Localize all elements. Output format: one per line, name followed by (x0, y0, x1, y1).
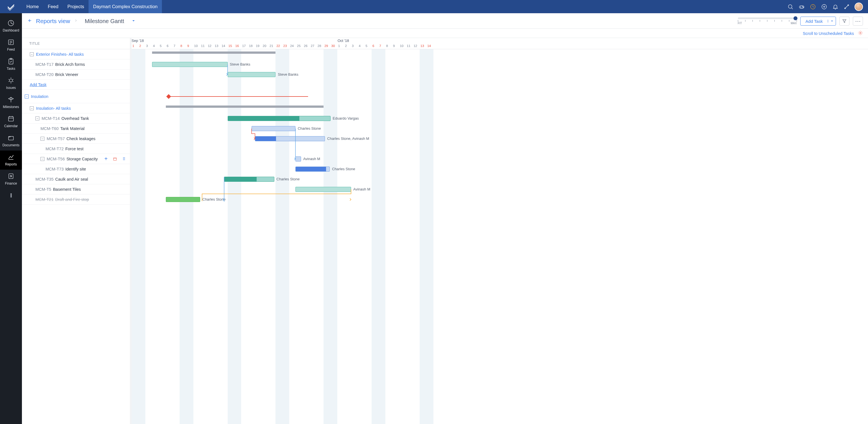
expand-toggle[interactable]: − (30, 106, 34, 110)
day-cell: 25 (297, 44, 301, 48)
sidebar-documents[interactable]: Documents (0, 132, 22, 150)
gantt-task-bar[interactable] (224, 177, 274, 182)
sidebar-label: Issues (6, 86, 16, 90)
expand-toggle[interactable]: − (30, 52, 34, 56)
tools-icon[interactable] (843, 3, 850, 10)
add-icon[interactable] (821, 3, 828, 10)
svg-line-27 (8, 81, 9, 82)
add-task-button[interactable]: Add Task (800, 17, 836, 26)
gantt-task-bar[interactable] (228, 72, 276, 77)
svg-point-6 (803, 7, 804, 7)
sidebar-tasks[interactable]: Tasks (0, 55, 22, 74)
gantt-task-bar[interactable] (166, 197, 200, 202)
gantt-task-bar[interactable] (296, 157, 301, 162)
task-code: MCM-T73 (45, 167, 64, 171)
expand-toggle[interactable]: − (25, 94, 29, 98)
sidebar-reports[interactable]: Reports (0, 150, 22, 170)
task-column: TITLE −Exterior Finishes- All tasksMCM-T… (22, 38, 131, 424)
gantt-bar-label: Charles Stone (298, 126, 321, 131)
search-icon[interactable] (787, 3, 794, 10)
task-row[interactable]: MCM-T73Identify site (22, 164, 130, 174)
sidebar-more[interactable] (0, 191, 22, 201)
sidebar-dashboard[interactable]: Dashboard (0, 17, 22, 36)
expand-toggle[interactable]: − (40, 157, 44, 161)
sidebar-label: Reports (5, 162, 17, 166)
day-cell: 22 (276, 44, 280, 48)
task-code: MCM-T35 (35, 177, 53, 181)
nav-feed[interactable]: Feed (43, 0, 63, 13)
task-title: Overhead Tank (61, 116, 89, 121)
view-name[interactable]: Milestone Gantt (85, 18, 124, 25)
svg-rect-30 (8, 116, 13, 121)
task-row[interactable]: MCM-T72Force test (22, 144, 130, 154)
row-add-icon[interactable]: + (103, 157, 108, 162)
gantt-summary-bar[interactable] (152, 52, 276, 54)
task-row[interactable]: MCM-T20Brick Veneer (22, 69, 130, 80)
bell-icon[interactable] (832, 3, 839, 10)
day-cell: 9 (187, 44, 189, 48)
nav-projects[interactable]: Projects (63, 0, 89, 13)
task-title: Force test (65, 147, 83, 151)
task-row[interactable]: −Exterior Finishes- All tasks (22, 49, 130, 59)
task-row[interactable]: Add Task (22, 80, 130, 90)
nav-home[interactable]: Home (22, 0, 43, 13)
gantt-task-bar[interactable] (228, 116, 331, 121)
sidebar-feed[interactable]: Feed (0, 36, 22, 55)
task-title: Brick Veneer (55, 72, 78, 77)
task-title: Add Task (30, 82, 46, 87)
sidebar-calendar[interactable]: Calendar (0, 112, 22, 132)
gantt-timeline[interactable]: Sep '18Oct '18 1234567891011121314151617… (131, 38, 868, 424)
sidebar-label: Dashboard (3, 28, 20, 32)
gantt-bar-label: Avinash M (303, 157, 320, 161)
task-row[interactable]: MCM-T17Brick Arch forms (22, 59, 130, 69)
day-cell: 23 (283, 44, 287, 48)
gantt-task-bar[interactable] (296, 167, 330, 172)
nav-project-current[interactable]: Daymart Complex Construction (89, 0, 162, 13)
app-logo[interactable] (0, 3, 22, 11)
sidebar-finance[interactable]: Finance (0, 170, 22, 189)
task-row[interactable]: −Insulation (22, 90, 130, 103)
gantt-task-bar[interactable] (296, 187, 351, 192)
day-cell: 3 (352, 44, 353, 48)
zoom-slider[interactable]: FITMAX (738, 18, 797, 25)
task-row[interactable]: −Insulation- All tasks (22, 103, 130, 113)
expand-toggle[interactable]: − (35, 116, 39, 120)
sidebar-label: Milestones (3, 105, 19, 109)
gantt-task-bar[interactable] (255, 136, 325, 141)
breadcrumb-reports[interactable]: Reports view (36, 18, 70, 25)
gantt-task-bar[interactable] (152, 62, 227, 67)
day-cell: 2 (139, 44, 141, 48)
task-row[interactable]: MCM-T60Tank Material (22, 123, 130, 134)
task-row[interactable]: −MCM-T56Storage Capacity+⠿ (22, 154, 130, 164)
task-row[interactable]: −MCM-T57Check leakages (22, 134, 130, 144)
gantt-bar-label: Steve Banks (278, 72, 298, 77)
add-task-dropdown[interactable] (828, 20, 836, 23)
task-row[interactable]: −MCM-T14Overhead Tank (22, 113, 130, 123)
gantt-task-bar[interactable] (252, 126, 296, 131)
back-icon[interactable] (27, 18, 32, 24)
expand-toggle[interactable]: − (40, 137, 44, 141)
day-cell: 13 (421, 44, 424, 48)
zoom-handle[interactable] (794, 16, 798, 20)
row-drag-handle[interactable]: ⠿ (121, 157, 126, 162)
task-row[interactable]: MCM-T35Caulk and Air seal (22, 174, 130, 184)
gantt-summary-bar[interactable] (166, 106, 323, 108)
user-avatar[interactable] (855, 3, 863, 11)
settings-gear-icon[interactable] (858, 30, 863, 36)
sidebar-milestones[interactable]: Milestones (0, 93, 22, 112)
filter-button[interactable] (839, 17, 849, 26)
more-button[interactable]: ⋯ (853, 17, 863, 26)
gamepad-icon[interactable] (798, 3, 805, 10)
sidebar: Dashboard Feed Tasks Issues Milestones C… (0, 13, 22, 424)
svg-point-37 (860, 32, 861, 34)
clock-icon[interactable] (809, 3, 816, 10)
column-header-title: TITLE (22, 38, 130, 49)
row-schedule-icon[interactable] (113, 157, 118, 162)
scroll-unscheduled-link[interactable]: Scroll to Unscheduled Tasks (803, 31, 854, 36)
view-dropdown-caret[interactable] (132, 19, 135, 24)
task-row[interactable]: MCM-T21Draft and Fire stop (22, 194, 130, 204)
sidebar-issues[interactable]: Issues (0, 74, 22, 93)
add-task-label[interactable]: Add Task (801, 19, 828, 24)
day-cell: 30 (332, 44, 335, 48)
task-row[interactable]: MCM-T5Basement Tiles (22, 184, 130, 194)
